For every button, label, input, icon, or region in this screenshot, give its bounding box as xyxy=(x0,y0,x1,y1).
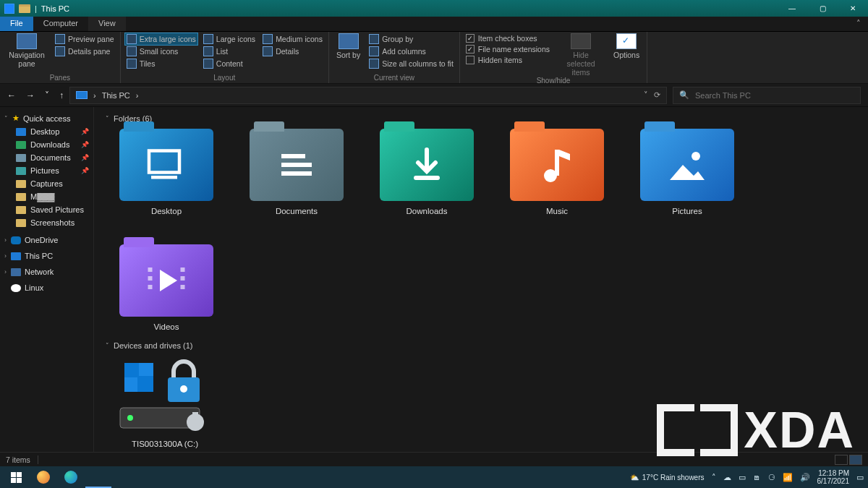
tray-wifi-icon[interactable]: 📶 xyxy=(783,473,793,482)
svg-rect-9 xyxy=(148,276,153,281)
svg-rect-19 xyxy=(124,377,137,392)
ribbon-collapse-button[interactable]: ˄ xyxy=(849,17,868,31)
content-button[interactable]: Content xyxy=(202,58,257,69)
minimize-button[interactable]: — xyxy=(777,0,807,17)
size-columns-button[interactable]: Size all columns to fit xyxy=(367,58,455,69)
navigation-pane-label: Navigation pane xyxy=(7,51,46,68)
group-by-button[interactable]: Group by xyxy=(367,33,455,45)
sidebar-this-pc[interactable]: ›This PC xyxy=(0,249,93,262)
network-label: Network xyxy=(25,267,54,276)
sidebar-linux[interactable]: ›Linux xyxy=(0,281,93,294)
details-pane-button[interactable]: Details pane xyxy=(54,46,116,57)
tab-view[interactable]: View xyxy=(88,17,126,31)
taskbar-file-explorer[interactable] xyxy=(85,466,111,488)
small-icons-button[interactable]: Small icons xyxy=(125,46,197,57)
address-dropdown-button[interactable]: ˅ xyxy=(644,90,648,100)
chevron-down-icon: ˅ xyxy=(106,342,109,349)
search-input[interactable] xyxy=(695,91,854,100)
taskbar-edge-canary[interactable] xyxy=(30,466,56,488)
sort-by-label: Sort by xyxy=(336,51,360,59)
taskbar-clock[interactable]: 12:18 PM 6/17/2021 xyxy=(817,469,850,485)
sidebar-label: Screenshots xyxy=(30,218,75,227)
item-count: 7 items xyxy=(6,455,30,464)
tray-network-icon[interactable]: ⚆ xyxy=(768,473,775,482)
sidebar-item-downloads[interactable]: Downloads📌 xyxy=(0,138,93,151)
folder-label: Documents xyxy=(276,207,318,215)
address-bar[interactable]: › This PC › ˅ ⟳ xyxy=(69,87,667,104)
sidebar-item-saved-pictures[interactable]: Saved Pictures xyxy=(0,203,93,216)
action-center-button[interactable]: ▭ xyxy=(856,473,864,482)
svg-rect-13 xyxy=(181,285,185,289)
sidebar-item-screenshots[interactable]: Screenshots xyxy=(0,216,93,229)
drives-group-header[interactable]: ˅Devices and drives (1) xyxy=(106,338,856,356)
maximize-button[interactable]: ▢ xyxy=(807,0,838,17)
search-box[interactable]: 🔍 xyxy=(673,87,861,104)
folder-documents[interactable]: Documents xyxy=(246,129,347,215)
hide-selected-button[interactable]: Hide selected items xyxy=(556,33,606,77)
status-separator xyxy=(38,455,38,464)
sidebar-network[interactable]: ›Network xyxy=(0,265,93,278)
options-button[interactable]: ✓ Options xyxy=(610,33,642,59)
up-button[interactable]: ↑ xyxy=(59,90,64,100)
tab-computer[interactable]: Computer xyxy=(33,17,88,31)
sidebar-item-captures[interactable]: Captures xyxy=(0,177,93,190)
sidebar-item-m[interactable]: M▓▓▓ xyxy=(0,190,93,203)
sidebar-item-documents[interactable]: Documents📌 xyxy=(0,151,93,164)
folders-group-header[interactable]: ˅Folders (6) xyxy=(106,111,856,129)
sidebar-item-pictures[interactable]: Pictures📌 xyxy=(0,164,93,177)
weather-widget[interactable]: ⛅ 17°C Rain showers xyxy=(630,474,705,481)
details-pane-label: Details pane xyxy=(68,47,110,56)
clock-date: 6/17/2021 xyxy=(817,477,850,485)
sidebar-quick-access[interactable]: ˅★Quick access xyxy=(0,111,93,125)
sidebar-onedrive[interactable]: ›OneDrive xyxy=(0,234,93,247)
preview-pane-button[interactable]: Preview pane xyxy=(54,33,116,45)
options-icon: ✓ xyxy=(616,33,637,49)
tray-chevron-icon[interactable]: ˄ xyxy=(712,473,716,482)
pin-icon: 📌 xyxy=(81,154,89,161)
main-content: ˅Folders (6) Desktop Documents Downloads xyxy=(94,107,868,452)
item-checkboxes-toggle[interactable]: ✓Item check boxes xyxy=(464,33,551,43)
navigation-pane-button[interactable]: Navigation pane xyxy=(4,33,49,68)
add-columns-button[interactable]: Add columns xyxy=(367,46,455,57)
sidebar-item-desktop[interactable]: Desktop📌 xyxy=(0,125,93,138)
medium-icons-button[interactable]: Medium icons xyxy=(261,33,324,45)
linux-icon xyxy=(11,284,21,292)
xda-watermark: XDA xyxy=(657,401,855,459)
large-icons-button[interactable]: Large icons xyxy=(202,33,257,45)
tray-meet-now-icon[interactable]: ▭ xyxy=(739,473,746,482)
group-label-panes: Panes xyxy=(4,74,116,83)
drive-c[interactable]: TIS0031300A (C:) xyxy=(106,356,214,448)
extra-large-icons-button[interactable]: Extra large icons xyxy=(125,33,197,45)
group-by-icon xyxy=(369,34,379,44)
start-button[interactable] xyxy=(3,466,29,488)
svg-rect-12 xyxy=(181,276,185,281)
folder-videos[interactable]: Videos xyxy=(116,244,217,331)
folder-label: Desktop xyxy=(151,207,182,215)
folder-icon xyxy=(19,4,30,13)
tray-onedrive-icon[interactable]: ☁ xyxy=(723,473,731,482)
details-button[interactable]: Details xyxy=(261,46,324,57)
taskbar-edge[interactable] xyxy=(58,466,84,488)
folder-downloads[interactable]: Downloads xyxy=(376,129,477,215)
tiles-button[interactable]: Tiles xyxy=(125,58,197,69)
tray-volume-icon[interactable]: 🔊 xyxy=(800,473,810,482)
tray-battery-icon[interactable]: 🗈 xyxy=(753,473,761,481)
layout-label: Large icons xyxy=(216,35,255,43)
pictures-icon xyxy=(16,167,26,175)
breadcrumb-this-pc[interactable]: This PC xyxy=(102,91,130,100)
recent-button[interactable]: ˅ xyxy=(45,90,49,100)
folder-pictures[interactable]: Pictures xyxy=(637,129,738,215)
hidden-items-toggle[interactable]: Hidden items xyxy=(464,55,551,65)
ribbon-tabs: File Computer View ˄ xyxy=(0,17,868,32)
file-ext-label: File name extensions xyxy=(478,45,550,53)
forward-button[interactable]: → xyxy=(26,90,35,100)
file-ext-toggle[interactable]: ✓File name extensions xyxy=(464,44,551,54)
folder-desktop[interactable]: Desktop xyxy=(116,129,217,215)
sort-by-button[interactable]: Sort by xyxy=(333,33,363,59)
folder-music[interactable]: Music xyxy=(506,129,608,215)
tab-file[interactable]: File xyxy=(0,17,33,31)
refresh-button[interactable]: ⟳ xyxy=(654,90,660,100)
close-button[interactable]: ✕ xyxy=(838,0,868,17)
list-button[interactable]: List xyxy=(202,46,257,57)
back-button[interactable]: ← xyxy=(7,90,16,100)
